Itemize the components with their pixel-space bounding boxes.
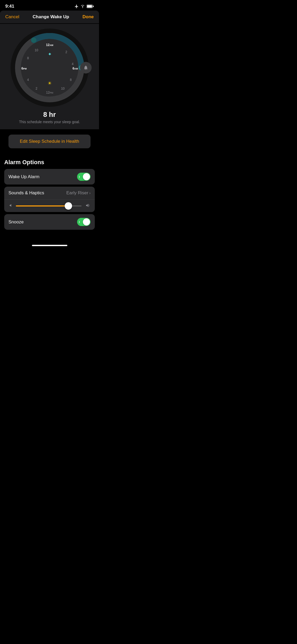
sleep-goal-text: This schedule meets your sleep goal.	[4, 120, 95, 124]
clock-svg[interactable]: generate ticks	[10, 28, 89, 107]
wifi-icon	[80, 4, 85, 8]
sounds-haptics-top[interactable]: Sounds & Haptics Early Riser ›	[4, 187, 95, 200]
svg-rect-2	[93, 6, 94, 7]
snooze-row: Snooze	[4, 214, 95, 230]
toggle-thumb	[83, 173, 90, 180]
label-6am: 6AM	[72, 67, 78, 70]
volume-track[interactable]	[16, 205, 82, 206]
label-12am: 12AM	[46, 43, 53, 47]
volume-fill	[16, 205, 68, 206]
wake-up-alarm-toggle[interactable]	[77, 173, 91, 181]
wake-up-alarm-row: Wake Up Alarm	[4, 169, 95, 185]
cancel-button[interactable]: Cancel	[5, 14, 19, 20]
chevron-right-icon: ›	[89, 191, 91, 195]
done-button[interactable]: Done	[83, 14, 94, 20]
home-indicator	[0, 239, 99, 248]
label-4-left: 4	[27, 78, 29, 82]
bell-button[interactable]	[80, 62, 92, 73]
svg-point-5	[22, 40, 77, 95]
wake-up-alarm-label: Wake Up Alarm	[8, 174, 39, 180]
volume-thumb[interactable]	[65, 202, 72, 210]
sleep-star-icon-colored: ✦	[48, 52, 51, 57]
speaker-high-icon	[85, 203, 91, 208]
sounds-haptics-row[interactable]: Sounds & Haptics Early Riser ›	[4, 187, 95, 212]
label-2-lower: 2	[35, 87, 37, 90]
sounds-haptics-value: Early Riser	[66, 190, 88, 196]
alarm-options-title: Alarm Options	[4, 159, 95, 166]
label-8-right: 8	[70, 78, 72, 82]
snooze-toggle[interactable]	[77, 218, 91, 226]
sun-icon: ☀	[48, 81, 52, 86]
sounds-haptics-label: Sounds & Haptics	[8, 190, 44, 196]
snooze-toggle-thumb	[83, 218, 90, 226]
nav-bar: Cancel Change Wake Up Done	[0, 11, 99, 23]
bedtime-handle[interactable]	[31, 38, 36, 43]
volume-high-icon	[85, 203, 91, 209]
status-bar: 9:41	[0, 0, 99, 11]
label-2-upper: 2	[65, 50, 67, 54]
label-10-upper: 10	[35, 48, 38, 52]
clock-card: generate ticks	[0, 24, 99, 129]
label-4-right: 4	[72, 62, 73, 66]
alarm-options-section: Alarm Options Wake Up Alarm Sounds & Hap…	[4, 154, 95, 234]
nav-title: Change Wake Up	[33, 14, 69, 20]
volume-slider-row	[4, 200, 95, 212]
label-6pm: 6PM	[21, 67, 26, 70]
edit-sleep-schedule-button[interactable]: Edit Sleep Schedule in Health	[8, 135, 91, 148]
label-12pm: 12PM	[46, 91, 53, 94]
hours-label: 8 hr	[4, 111, 95, 119]
status-icons	[74, 4, 94, 8]
battery-icon	[87, 4, 94, 8]
status-time: 9:41	[5, 4, 14, 9]
clock-container: generate ticks	[4, 28, 95, 107]
volume-low-icon	[8, 203, 13, 209]
label-8-left: 8	[27, 56, 29, 60]
label-10-lower: 10	[61, 87, 65, 90]
bell-icon	[83, 65, 88, 70]
home-bar	[32, 245, 67, 246]
edit-sleep-label: Edit Sleep Schedule in Health	[20, 139, 79, 144]
sounds-haptics-value-container: Early Riser ›	[66, 190, 91, 196]
airplane-icon	[74, 4, 79, 8]
clock-hours-display: 8 hr This schedule meets your sleep goal…	[4, 111, 95, 124]
svg-rect-1	[87, 5, 92, 8]
speaker-low-icon	[8, 203, 13, 208]
snooze-label: Snooze	[8, 219, 24, 225]
